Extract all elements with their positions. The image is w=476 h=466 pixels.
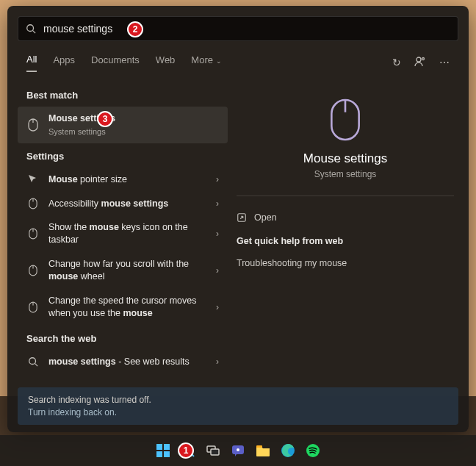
svg-rect-22 (164, 451, 170, 457)
spotify-icon[interactable] (303, 441, 322, 460)
chevron-right-icon: › (216, 229, 219, 239)
svg-point-2 (416, 57, 421, 62)
chevron-right-icon: › (216, 198, 219, 209)
mouse-icon (26, 118, 40, 132)
chevron-right-icon: › (216, 265, 219, 276)
section-best-match: Best match (18, 82, 228, 107)
account-icon[interactable] (414, 56, 426, 70)
taskbar: 1 (0, 435, 476, 466)
detail-title: Mouse settings (303, 151, 387, 166)
result-subtitle: System settings (48, 126, 219, 137)
search-bar[interactable]: 2 (18, 16, 458, 41)
help-header: Get quick help from web (237, 236, 454, 246)
tabs-row: All Apps Documents Web More ⌄ ↻ ⋯ (7, 49, 469, 76)
help-troubleshoot[interactable]: Troubleshooting my mouse (237, 254, 454, 273)
open-icon (237, 212, 247, 223)
task-view-icon[interactable] (203, 441, 223, 460)
mouse-icon (26, 265, 40, 276)
tab-all[interactable]: All (26, 54, 37, 72)
result-mouse-settings[interactable]: Mouse settings System settings 3 (18, 107, 228, 143)
tab-documents[interactable]: Documents (91, 54, 140, 71)
search-input[interactable] (43, 23, 450, 35)
banner-line1: Search indexing was turned off. (28, 395, 448, 405)
result-pointer-size[interactable]: Mouse pointer size › (18, 168, 228, 192)
tab-apps[interactable]: Apps (53, 54, 75, 71)
chat-icon[interactable] (228, 441, 248, 460)
result-scroll-distance[interactable]: Change how far you scroll with the mouse… (18, 252, 228, 289)
svg-line-1 (33, 31, 36, 34)
refresh-icon[interactable]: ↻ (392, 57, 401, 68)
result-mouse-keys-icon[interactable]: Show the mouse keys icon on the taskbar … (18, 215, 228, 252)
annotation-2: 2 (127, 21, 143, 37)
svg-point-28 (237, 448, 239, 451)
svg-rect-19 (156, 444, 162, 450)
mouse-icon (26, 198, 40, 209)
annotation-1: 1 (178, 442, 194, 459)
cursor-icon (26, 173, 40, 185)
svg-rect-29 (256, 445, 262, 448)
more-icon[interactable]: ⋯ (439, 57, 450, 68)
svg-rect-26 (211, 449, 219, 455)
chevron-right-icon: › (216, 302, 219, 312)
tab-more[interactable]: More ⌄ (191, 54, 221, 71)
divider (237, 196, 454, 196)
svg-line-15 (35, 364, 38, 367)
search-icon (26, 356, 40, 367)
svg-point-3 (422, 57, 425, 60)
section-settings: Settings (18, 143, 228, 168)
open-action[interactable]: Open (237, 208, 454, 227)
search-icon (26, 24, 36, 34)
section-search-web: Search the web (18, 326, 228, 350)
start-button[interactable] (154, 441, 173, 460)
banner-line2[interactable]: Turn indexing back on. (28, 407, 448, 417)
mouse-icon (26, 301, 40, 313)
search-panel: 2 All Apps Documents Web More ⌄ ↻ ⋯ Best… (7, 6, 469, 432)
svg-rect-20 (164, 444, 170, 450)
result-cursor-speed[interactable]: Change the speed the cursor moves when y… (18, 289, 228, 326)
chevron-right-icon: › (216, 356, 219, 367)
file-explorer-icon[interactable] (253, 441, 273, 460)
results-column: Best match Mouse settings System setting… (7, 76, 228, 383)
svg-point-0 (27, 25, 34, 32)
detail-column: Mouse settings System settings Open Get … (228, 76, 469, 383)
detail-subtitle: System settings (314, 169, 377, 179)
indexing-banner[interactable]: Search indexing was turned off. Turn ind… (18, 387, 458, 425)
svg-rect-21 (156, 451, 162, 457)
mouse-icon-large (324, 98, 367, 141)
result-title: Mouse settings (48, 112, 219, 125)
annotation-3: 3 (97, 111, 113, 127)
result-accessibility-mouse[interactable]: Accessibility mouse settings › (18, 192, 228, 216)
tab-web[interactable]: Web (156, 54, 176, 71)
result-web-search[interactable]: mouse settings - See web results › (18, 350, 228, 374)
mouse-icon (26, 228, 40, 240)
edge-icon[interactable] (278, 441, 298, 460)
chevron-right-icon: › (216, 174, 219, 184)
svg-point-14 (29, 358, 36, 365)
